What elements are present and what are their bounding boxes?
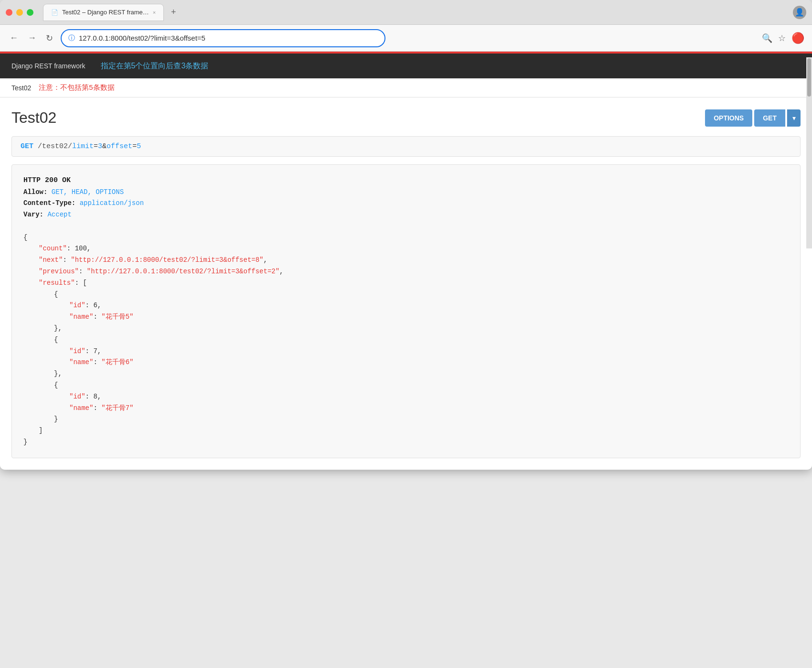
json-previous-key: "previous" — [39, 268, 79, 275]
json-count-val: 100 — [75, 245, 87, 252]
request-param2-key: offset — [107, 142, 132, 151]
json-next-key: "next" — [39, 256, 63, 264]
request-param2-val: 5 — [137, 142, 141, 151]
drf-navbar: Django REST framework 指定在第5个位置向后查3条数据 — [0, 54, 812, 78]
content-type-key: Content-Type: — [23, 199, 80, 207]
header-buttons: OPTIONS GET ▾ — [705, 109, 801, 127]
request-param1-val: 3 — [98, 142, 102, 151]
request-path: /test02/ — [38, 142, 72, 151]
extension-icon[interactable]: 🔴 — [791, 32, 804, 44]
maximize-button[interactable] — [27, 9, 33, 16]
json-previous-val: "http://127.0.0.1:8000/test02/?limit=3&o… — [87, 268, 279, 275]
page-header: Test02 OPTIONS GET ▾ — [11, 109, 801, 127]
request-param1-eq: = — [94, 142, 98, 151]
json-item-3-open: { — [54, 380, 789, 391]
page-title: Test02 — [11, 109, 56, 127]
request-param2-amp: & — [102, 142, 107, 151]
traffic-lights — [6, 9, 33, 16]
json-item-2-open: { — [54, 334, 789, 346]
titlebar: 📄 Test02 – Django REST frame… × + 👤 — [0, 0, 812, 25]
url-display: 127.0.0.1:8000/test02/?limit=3&offset=5 — [79, 34, 378, 42]
tab-page-icon: 📄 — [51, 9, 58, 16]
json-item-2-close: }, — [54, 368, 789, 380]
drf-brand: Django REST framework — [11, 62, 85, 70]
content-type-val: application/json — [80, 199, 144, 207]
json-item-1-name: "name": "花千骨5" — [69, 312, 789, 323]
forward-button[interactable]: → — [26, 31, 38, 45]
main-content: Test02 OPTIONS GET ▾ GET /test02/limit=3… — [0, 97, 812, 470]
json-item-1-close: }, — [54, 323, 789, 334]
json-item-1-open: { — [54, 289, 789, 301]
json-item-2-name: "name": "花千骨6" — [69, 357, 789, 368]
breadcrumb-annotation: 注意：不包括第5条数据 — [39, 83, 114, 92]
json-item-3-id: "id": 8, — [69, 391, 789, 403]
profile-avatar-icon: 👤 — [795, 8, 804, 17]
json-results-label: "results" — [39, 279, 75, 287]
vary-key: Vary: — [23, 211, 47, 218]
json-results-key: "results": [ — [39, 278, 789, 289]
minimize-button[interactable] — [16, 9, 23, 16]
options-button[interactable]: OPTIONS — [705, 109, 752, 127]
http-status-line: HTTP 200 OK — [23, 174, 789, 187]
json-item-3-name: "name": "花千骨7" — [69, 403, 789, 414]
tab-close-button[interactable]: × — [153, 10, 156, 15]
json-close: } — [23, 437, 789, 448]
vary-val: Accept — [47, 211, 71, 218]
back-button[interactable]: ← — [8, 31, 20, 45]
json-open: { — [23, 232, 789, 244]
browser-window: 📄 Test02 – Django REST frame… × + 👤 ← → … — [0, 0, 812, 470]
json-item-2-id: "id": 7, — [69, 346, 789, 357]
breadcrumb-bar: Test02 注意：不包括第5条数据 — [0, 78, 812, 97]
request-method: GET — [21, 142, 33, 151]
json-next: "next": "http://127.0.0.1:8000/test02/?l… — [39, 255, 789, 266]
scrollbar[interactable] — [806, 57, 812, 248]
json-item-1-id: "id": 6, — [69, 300, 789, 312]
allow-header: Allow: GET, HEAD, OPTIONS — [23, 187, 789, 198]
json-next-val: "http://127.0.0.1:8000/test02/?limit=3&o… — [71, 256, 263, 264]
http-status: HTTP 200 OK — [23, 176, 71, 184]
new-tab-button[interactable]: + — [166, 5, 181, 20]
active-tab[interactable]: 📄 Test02 – Django REST frame… × — [43, 4, 164, 21]
url-box[interactable]: ⓘ 127.0.0.1:8000/test02/?limit=3&offset=… — [61, 29, 385, 47]
vary-header: Vary: Accept — [23, 209, 789, 221]
drf-annotation: 指定在第5个位置向后查3条数据 — [101, 61, 209, 71]
content-type-header: Content-Type: application/json — [23, 198, 789, 209]
breadcrumb-link[interactable]: Test02 — [11, 84, 31, 92]
allow-val: GET, HEAD, OPTIONS — [52, 188, 124, 196]
profile-icon[interactable]: 👤 — [793, 6, 806, 19]
json-item-3-close: } — [54, 414, 789, 425]
request-param1-key: limit — [72, 142, 94, 151]
allow-key: Allow: — [23, 188, 52, 196]
addressbar: ← → ↻ ⓘ 127.0.0.1:8000/test02/?limit=3&o… — [0, 25, 812, 52]
close-button[interactable] — [6, 9, 12, 16]
json-count-key: "count" — [39, 245, 67, 252]
get-button[interactable]: GET — [754, 109, 785, 127]
request-line: GET /test02/limit=3&offset=5 — [11, 136, 801, 157]
response-box: HTTP 200 OK Allow: GET, HEAD, OPTIONS Co… — [11, 164, 801, 458]
scrollbar-thumb[interactable] — [807, 58, 811, 97]
tab-bar: 📄 Test02 – Django REST frame… × + — [43, 4, 789, 21]
json-count: "count": 100, — [39, 243, 789, 255]
bookmark-icon[interactable]: ☆ — [778, 33, 786, 43]
json-previous: "previous": "http://127.0.0.1:8000/test0… — [39, 266, 789, 278]
json-results-close: ] — [39, 425, 789, 437]
addressbar-actions: 🔍 ☆ 🔴 — [762, 32, 804, 44]
info-icon: ⓘ — [68, 34, 75, 43]
get-dropdown-button[interactable]: ▾ — [787, 109, 801, 127]
search-icon[interactable]: 🔍 — [762, 33, 772, 43]
tab-title: Test02 – Django REST frame… — [62, 9, 149, 16]
reload-button[interactable]: ↻ — [44, 31, 55, 45]
request-param2-eq: = — [132, 142, 137, 151]
